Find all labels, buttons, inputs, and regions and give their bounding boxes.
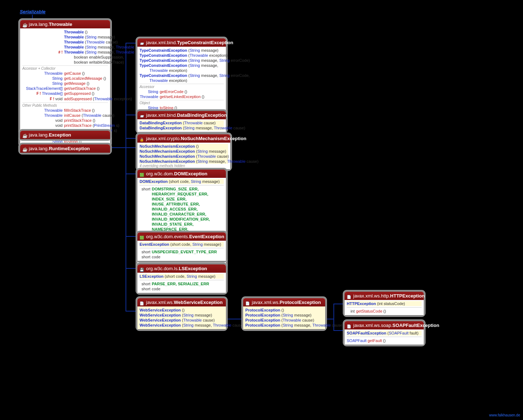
- section-object: Object: [140, 100, 224, 105]
- class-protocolexception: javax.xml.ws.ProtocolException ProtocolE…: [242, 297, 327, 331]
- ctor-list: Throwable ()Throwable (String message)Th…: [22, 29, 108, 65]
- class-icon: [140, 113, 145, 117]
- class-databindingexception: javax.xml.bind.DataBindingException Data…: [136, 110, 227, 133]
- accessor-list: ThrowablegetCause ()StringgetLocalizedMe…: [22, 71, 108, 102]
- class-exception: java.lang.Exception: [19, 129, 112, 140]
- class-throwable: java.lang.Throwable Throwable ()Throwabl…: [19, 19, 112, 147]
- class-icon: [140, 300, 145, 305]
- class-icon: [245, 300, 250, 305]
- section-other: Other Public Methods: [22, 102, 108, 108]
- section-accessor: Accessor: [140, 84, 224, 89]
- class-typeconstraintexception: javax.xml.bind.TypeConstraintException T…: [136, 37, 227, 117]
- class-icon: [140, 137, 145, 141]
- class-icon: [347, 294, 352, 298]
- class-icon: [22, 22, 27, 27]
- class-httpexception: javax.xml.ws.http.HTTPException HTTPExce…: [343, 290, 425, 317]
- section-accessor-collector: Accessor + Collector: [22, 65, 108, 71]
- serializable-link[interactable]: Serializable: [20, 9, 46, 14]
- class-icon: [140, 41, 145, 45]
- class-icon: [347, 323, 352, 328]
- class-icon: [140, 235, 145, 239]
- class-soapfaultexception: javax.xml.ws.soap.SOAPFaultException SOA…: [343, 320, 425, 346]
- class-header: java.lang.Throwable: [20, 20, 110, 28]
- class-icon: [140, 172, 145, 176]
- class-nosuchmechanismexception: javax.xml.crypto.NoSuchMechanismExceptio…: [136, 133, 232, 171]
- class-eventexception: org.w3c.dom.events.EventException EventE…: [136, 231, 227, 262]
- class-icon: [22, 147, 27, 151]
- class-icon: [22, 133, 27, 137]
- class-runtimeexception: java.lang.RuntimeException: [19, 143, 112, 154]
- class-webserviceexception: javax.xml.ws.WebServiceException WebServ…: [136, 297, 227, 331]
- credit-link[interactable]: www.falkhausen.de: [489, 413, 520, 417]
- class-lsexception: org.w3c.dom.ls.LSException LSException (…: [136, 263, 227, 294]
- hidden-methods-note: 4 overriding methods hidden: [140, 164, 228, 168]
- class-icon: [140, 267, 145, 271]
